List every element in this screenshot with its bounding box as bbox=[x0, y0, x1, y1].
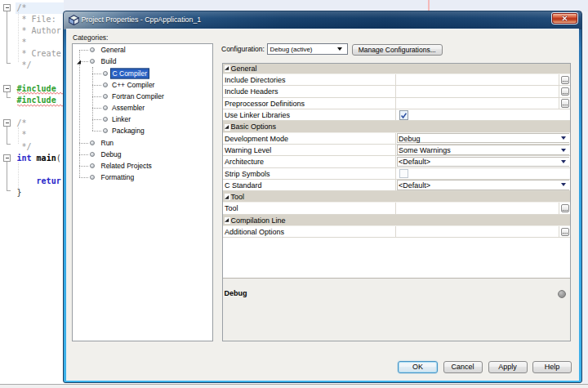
browse-ellipsis-button[interactable] bbox=[561, 87, 569, 96]
sheet-section-label: Basic Options bbox=[231, 121, 277, 132]
sheet-combo-value[interactable]: Debug bbox=[399, 133, 421, 145]
sheet-section-basic-options: Basic Options bbox=[223, 121, 570, 132]
code-line: */ bbox=[17, 60, 32, 71]
sheet-column-divider bbox=[395, 86, 396, 96]
tree-item-c-compiler[interactable]: C Compiler bbox=[73, 68, 212, 79]
fold-collapse-box[interactable] bbox=[3, 119, 11, 127]
sheet-combo-value[interactable]: <Default> bbox=[399, 180, 430, 192]
tree-connector-stub bbox=[79, 154, 88, 155]
sheet-row-include-headers[interactable]: Include Headers bbox=[223, 86, 570, 97]
tree-item-label[interactable]: Packaging bbox=[112, 127, 145, 135]
tree-item-related-projects[interactable]: Related Projects bbox=[73, 160, 212, 172]
code-line: /* bbox=[17, 118, 27, 129]
categories-tree[interactable]: GeneralBuildC CompilerC++ CompilerFortra… bbox=[72, 43, 213, 341]
configuration-combobox[interactable]: Debug (active) bbox=[267, 43, 349, 55]
sheet-row-preprocessor-definitions[interactable]: Preprocessor Definitions bbox=[223, 98, 570, 109]
sheet-row-include-directories[interactable]: Include Directories bbox=[223, 74, 570, 86]
error-squiggle-icon bbox=[17, 104, 63, 107]
tree-item-label[interactable]: General bbox=[101, 46, 126, 54]
browse-ellipsis-button[interactable] bbox=[561, 204, 569, 213]
apply-button[interactable]: Apply bbox=[488, 361, 528, 373]
background-right-sliver bbox=[582, 11, 588, 384]
sheet-combo-value[interactable]: Some Warnings bbox=[399, 145, 451, 157]
section-collapse-icon[interactable] bbox=[225, 195, 229, 199]
section-collapse-icon[interactable] bbox=[225, 218, 229, 222]
tree-item-label[interactable]: Linker bbox=[112, 115, 131, 123]
tree-item-linker[interactable]: Linker bbox=[73, 114, 212, 125]
category-node-icon bbox=[90, 152, 95, 157]
category-node-icon bbox=[103, 71, 108, 76]
browse-ellipsis-button[interactable] bbox=[561, 99, 569, 108]
sheet-property-label: Use Linker Libraries bbox=[225, 109, 290, 120]
configuration-label: Configuration: bbox=[221, 43, 265, 55]
fold-collapse-box[interactable] bbox=[3, 85, 11, 92]
tree-item-label[interactable]: Formatting bbox=[101, 173, 135, 181]
sheet-column-divider bbox=[395, 109, 396, 120]
tree-item-general[interactable]: General bbox=[73, 44, 212, 56]
tree-connector-stub bbox=[79, 166, 88, 167]
combo-dropdown-arrow-icon[interactable] bbox=[561, 136, 566, 140]
tree-item-c-compiler[interactable]: C++ Compiler bbox=[73, 79, 212, 91]
tree-item-label[interactable]: Fortran Compiler bbox=[112, 92, 164, 100]
combo-dropdown-arrow-icon[interactable] bbox=[561, 149, 566, 152]
tree-item-assembler[interactable]: Assembler bbox=[73, 102, 212, 114]
sheet-row-additional-options[interactable]: Additional Options bbox=[223, 226, 570, 238]
checkbox-unchecked[interactable] bbox=[399, 169, 409, 179]
fold-region-line bbox=[7, 11, 7, 63]
tree-item-debug[interactable]: Debug bbox=[73, 149, 212, 160]
fold-collapse-box[interactable] bbox=[3, 154, 11, 162]
combo-dropdown-arrow-icon[interactable] bbox=[561, 183, 566, 186]
code-token: * bbox=[17, 38, 27, 47]
sheet-column-divider bbox=[395, 156, 396, 167]
background-editor-top-strip bbox=[64, 0, 588, 11]
close-button[interactable] bbox=[552, 13, 577, 24]
browse-ellipsis-button[interactable] bbox=[561, 228, 569, 237]
code-token: main bbox=[37, 154, 56, 163]
section-collapse-icon[interactable] bbox=[225, 125, 229, 129]
tree-item-label[interactable]: Debug bbox=[101, 150, 122, 158]
tree-item-run[interactable]: Run bbox=[73, 137, 212, 149]
sheet-column-divider bbox=[395, 168, 396, 179]
ok-button[interactable]: OK bbox=[398, 361, 438, 373]
tree-item-packaging[interactable]: Packaging bbox=[73, 125, 212, 136]
code-token: * Create bbox=[17, 49, 61, 58]
tree-item-label[interactable]: C++ Compiler bbox=[112, 81, 154, 89]
checkmark-icon bbox=[400, 112, 408, 119]
tree-item-label[interactable]: C Compiler bbox=[110, 68, 150, 78]
fold-collapse-box[interactable] bbox=[3, 4, 11, 11]
tree-expanded-icon[interactable] bbox=[77, 60, 82, 65]
cancel-button[interactable]: Cancel bbox=[443, 361, 483, 373]
sheet-browse-cell bbox=[559, 226, 570, 237]
tree-item-label[interactable]: Build bbox=[101, 57, 117, 65]
browse-ellipsis-button[interactable] bbox=[561, 76, 569, 85]
code-token: } bbox=[17, 188, 22, 197]
project-properties-dialog: Project Properties - CppApplication_1 Ca… bbox=[63, 11, 582, 383]
sheet-row-architecture[interactable]: Architecture<Default> bbox=[223, 156, 570, 167]
sheet-row-strip-symbols[interactable]: Strip Symbols bbox=[223, 168, 570, 180]
configuration-combobox-value: Debug (active) bbox=[270, 44, 313, 56]
tree-item-fortran-compiler[interactable]: Fortran Compiler bbox=[73, 91, 212, 102]
code-line: * Create bbox=[17, 48, 61, 60]
tree-item-label[interactable]: Related Projects bbox=[101, 162, 152, 170]
tree-item-label[interactable]: Assembler bbox=[112, 104, 145, 112]
tree-item-label[interactable]: Run bbox=[101, 139, 114, 147]
manage-configurations-button[interactable]: Manage Configurations... bbox=[352, 44, 443, 56]
dialog-titlebar[interactable]: Project Properties - CppApplication_1 bbox=[64, 11, 581, 29]
section-collapse-icon[interactable] bbox=[225, 66, 229, 70]
tree-item-formatting[interactable]: Formatting bbox=[73, 172, 212, 183]
help-button[interactable]: Help bbox=[532, 361, 572, 373]
sheet-row-development-mode[interactable]: Development ModeDebug bbox=[223, 133, 570, 145]
category-node-icon bbox=[103, 117, 108, 122]
checkbox-checked[interactable] bbox=[399, 110, 409, 120]
code-editor[interactable]: /* * File: * Author * * Create */#includ… bbox=[0, 0, 64, 384]
sheet-row-tool[interactable]: Tool bbox=[223, 203, 570, 214]
sheet-row-warning-level[interactable]: Warning LevelSome Warnings bbox=[223, 145, 570, 156]
sheet-combo-value[interactable]: <Default> bbox=[399, 156, 430, 168]
sheet-row-use-linker-libraries[interactable]: Use Linker Libraries bbox=[223, 109, 570, 121]
sheet-row-c-standard[interactable]: C Standard<Default> bbox=[223, 180, 570, 191]
sheet-browse-cell bbox=[559, 98, 570, 109]
combo-dropdown-arrow-icon[interactable] bbox=[561, 160, 566, 163]
tree-item-build[interactable]: Build bbox=[73, 56, 212, 67]
project-properties-cube-icon bbox=[69, 15, 79, 25]
status-bubble-icon[interactable] bbox=[558, 290, 566, 298]
